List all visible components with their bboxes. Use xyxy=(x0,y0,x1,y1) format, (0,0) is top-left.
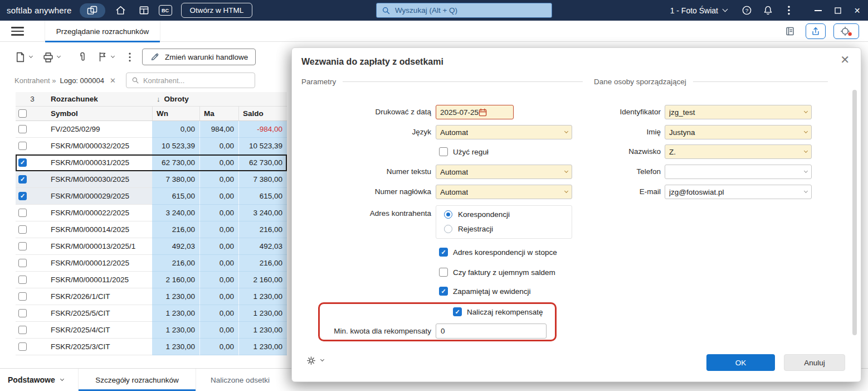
row-checkbox[interactable] xyxy=(18,175,27,184)
row-checkbox[interactable] xyxy=(18,158,27,167)
home-button[interactable] xyxy=(113,3,129,18)
use-rules-checkbox[interactable] xyxy=(439,147,448,156)
print-button[interactable] xyxy=(42,51,60,63)
cell-wn: 3 240,00 xyxy=(152,205,199,221)
cancel-button[interactable]: Anuluj xyxy=(784,354,845,371)
toolbar-more-button[interactable] xyxy=(129,52,131,62)
table-row[interactable]: FSKR/2025/3/CIT1 230,000,001 230,00 xyxy=(16,339,287,355)
footer-address-checkbox-row[interactable]: Adres korespondencji w stopce xyxy=(439,247,557,258)
close-dialog-icon[interactable]: ✕ xyxy=(840,54,850,65)
table-row[interactable]: FSKR/M0/000022/20253 240,000,003 240,00 xyxy=(16,205,287,221)
company-selector[interactable]: 1 - Foto Świat xyxy=(670,6,727,15)
open-in-html-button[interactable]: Otwórz w HTML xyxy=(181,3,253,18)
notifications-button[interactable] xyxy=(759,3,777,18)
modules-button[interactable] xyxy=(136,3,152,18)
negative-invoices-checkbox-row[interactable]: Czy faktury z ujemnym saldem xyxy=(439,267,555,278)
gear-icon xyxy=(306,355,316,366)
table-row[interactable]: FSKR/M0/000011/20252 160,000,002 160,00 xyxy=(16,272,287,288)
radio-button[interactable] xyxy=(444,225,452,233)
tab-przegladanie-rozrachunkow[interactable]: Przeglądanie rozrachunków xyxy=(45,21,160,42)
radio-rejestracji[interactable]: Rejestracji xyxy=(444,225,572,233)
footer-address-checkbox[interactable] xyxy=(439,248,448,257)
row-checkbox[interactable] xyxy=(18,309,27,317)
column-header-obroty[interactable]: ↓ Obroty xyxy=(152,92,287,106)
new-document-button[interactable] xyxy=(14,51,32,63)
menu-button[interactable] xyxy=(11,27,24,36)
table-row[interactable]: FSKR/M0/000014/2025216,000,00216,00 xyxy=(16,221,287,238)
row-checkbox[interactable] xyxy=(18,225,27,234)
tab-szczegoly-rozrachunkow[interactable]: Szczegóły rozrachunków xyxy=(78,369,196,391)
row-checkbox[interactable] xyxy=(18,209,27,217)
view-group-selector[interactable]: Podstawowe xyxy=(8,369,64,391)
maximize-button[interactable] xyxy=(828,0,847,21)
bc-module-button[interactable]: BC xyxy=(159,5,172,16)
min-amount-input[interactable] xyxy=(436,324,547,339)
column-header-symbol[interactable]: Symbol xyxy=(49,107,152,120)
remove-filter-icon[interactable]: ✕ xyxy=(110,76,116,85)
more-menu-button[interactable] xyxy=(780,3,798,18)
table-row[interactable]: FSKR/M0/000032/202510 523,390,0010 523,3… xyxy=(16,138,287,155)
table-row[interactable]: FSKR/2025/4/CIT1 230,000,001 230,00 xyxy=(16,322,287,339)
help-button[interactable]: ? xyxy=(738,3,755,18)
attachments-button[interactable] xyxy=(77,51,88,62)
minimize-button[interactable] xyxy=(808,0,828,21)
negative-invoices-checkbox[interactable] xyxy=(439,268,448,277)
table-row[interactable]: FSKR/M0/000031/202562 730,000,0062 730,0… xyxy=(16,155,287,171)
ok-button[interactable]: OK xyxy=(706,354,775,371)
select-all-checkbox[interactable] xyxy=(18,109,27,118)
apps-switcher-button[interactable] xyxy=(80,3,105,18)
table-row[interactable]: FSKR/M0/000030/20257 380,000,007 380,00 xyxy=(16,171,287,188)
contractor-search[interactable] xyxy=(126,73,255,88)
remember-checkbox[interactable] xyxy=(439,287,448,296)
table-row[interactable]: FSKR/2025/5/CIT1 230,000,001 230,00 xyxy=(16,305,287,322)
column-header-wn[interactable]: Wn xyxy=(152,107,199,120)
row-checkbox[interactable] xyxy=(18,142,27,150)
radio-korespondencji[interactable]: Korespondencji xyxy=(444,210,572,219)
column-header-ma[interactable]: Ma xyxy=(199,107,238,120)
compensation-checkbox[interactable] xyxy=(453,307,462,316)
table-row[interactable]: FSKR/2026/1/CIT1 230,000,001 230,00 xyxy=(16,288,287,305)
sort-descending-icon[interactable]: ↓ xyxy=(157,95,160,103)
assistant-button[interactable] xyxy=(833,23,859,39)
close-window-button[interactable]: ✕ xyxy=(847,0,867,21)
row-checkbox[interactable] xyxy=(18,192,27,200)
table-row[interactable]: FSKR/M0/000012/2025216,000,00216,00 xyxy=(16,255,287,272)
table-row[interactable]: FSKR/M0/000029/2025615,000,00615,00 xyxy=(16,188,287,205)
cell-wn: 7 380,00 xyxy=(152,171,199,188)
phone-dropdown[interactable] xyxy=(665,165,812,179)
column-header-saldo[interactable]: Saldo xyxy=(238,107,287,120)
print-date-field[interactable]: 2025-07-25 xyxy=(436,105,514,119)
share-button[interactable] xyxy=(806,23,826,39)
row-checkbox[interactable] xyxy=(18,292,27,301)
row-checkbox[interactable] xyxy=(18,276,27,284)
contractor-search-input[interactable] xyxy=(143,76,250,85)
chevron-down-icon xyxy=(111,54,115,57)
tab-naliczone-odsetki[interactable]: Naliczone odsetki xyxy=(196,369,284,391)
dialog-scrollbar-thumb[interactable] xyxy=(852,90,857,335)
radio-button[interactable] xyxy=(444,210,452,219)
email-dropdown[interactable]: jzg@fotoswiat.pl xyxy=(665,185,812,199)
table-row[interactable]: FV/2025/02/990,00984,00-984,00 xyxy=(16,121,287,138)
calendar-icon[interactable] xyxy=(479,108,487,117)
compensation-checkbox-row[interactable]: Naliczaj rekompensatę xyxy=(453,306,543,317)
row-checkbox[interactable] xyxy=(18,259,27,267)
row-checkbox[interactable] xyxy=(18,342,27,351)
table-row[interactable]: FSKR/M0/000013/2025/1492,030,00492,03 xyxy=(16,238,287,255)
flag-filter-button[interactable] xyxy=(97,51,114,62)
change-trade-terms-button[interactable]: Zmień warunki handlowe xyxy=(142,49,256,65)
identifier-dropdown[interactable]: jzg_test xyxy=(665,105,812,119)
apps-icon xyxy=(87,6,97,15)
side-panel-button[interactable] xyxy=(784,26,796,37)
column-header-rozrachunek[interactable]: Rozrachunek xyxy=(49,92,152,106)
firstname-dropdown[interactable]: Justyna xyxy=(665,125,812,139)
row-checkbox[interactable] xyxy=(18,242,27,250)
row-checkbox[interactable] xyxy=(18,326,27,334)
lastname-dropdown[interactable]: Z. xyxy=(665,144,812,159)
global-search[interactable] xyxy=(376,3,552,18)
dialog-settings-button[interactable] xyxy=(306,355,324,366)
remember-checkbox-row[interactable]: Zapamiętaj w ewidencji xyxy=(439,286,531,297)
cell-saldo: 216,00 xyxy=(238,221,287,238)
row-checkbox[interactable] xyxy=(18,125,27,133)
use-rules-checkbox-row[interactable]: Użyć reguł xyxy=(439,146,489,157)
global-search-input[interactable] xyxy=(395,6,547,15)
